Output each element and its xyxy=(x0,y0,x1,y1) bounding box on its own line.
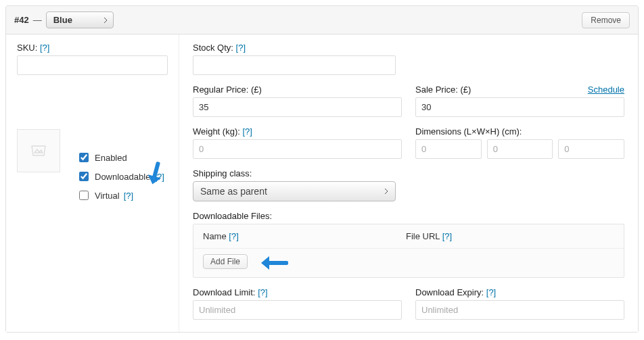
sale-price-input[interactable] xyxy=(415,97,624,117)
schedule-link[interactable]: Schedule xyxy=(588,84,624,95)
variation-id: #42 xyxy=(14,15,29,25)
weight-help-icon[interactable]: [?] xyxy=(242,126,252,137)
downloadable-label: Downloadable xyxy=(95,172,150,182)
download-expiry-label: Download Expiry: xyxy=(415,287,484,297)
virtual-checkbox[interactable] xyxy=(79,191,89,200)
annotation-arrow-add-file xyxy=(261,256,294,270)
remove-button[interactable]: Remove xyxy=(582,12,630,28)
add-file-button[interactable]: Add File xyxy=(203,254,248,269)
right-column: Stock Qty: [?] Regular Price: (£) Sale P… xyxy=(179,34,638,332)
stock-input[interactable] xyxy=(193,55,396,75)
download-expiry-input[interactable] xyxy=(415,300,624,320)
weight-label: Weight (kg): xyxy=(193,126,240,137)
dimensions-label: Dimensions (L×W×H) (cm): xyxy=(415,126,624,137)
image-icon xyxy=(30,144,47,157)
download-limit-input[interactable] xyxy=(193,300,402,320)
downloadable-checkbox[interactable] xyxy=(79,172,89,181)
stock-label: Stock Qty: xyxy=(193,43,233,53)
downloadable-files-table: Name [?] File URL [?] Add File xyxy=(193,224,624,278)
enabled-checkbox[interactable] xyxy=(79,153,89,162)
files-col-name: Name xyxy=(203,231,227,241)
download-limit-label: Download Limit: xyxy=(193,287,256,297)
files-url-help-icon[interactable]: [?] xyxy=(442,231,452,241)
download-expiry-help-icon[interactable]: [?] xyxy=(486,287,496,297)
download-limit-help-icon[interactable]: [?] xyxy=(258,287,267,297)
weight-input[interactable] xyxy=(193,139,402,159)
shipping-class-select[interactable]: Same as parent xyxy=(193,181,396,201)
shipping-class-label: Shipping class: xyxy=(193,168,624,178)
regular-price-input[interactable] xyxy=(193,97,402,117)
virtual-row[interactable]: Virtual [?] xyxy=(76,189,164,202)
variation-header: #42 — Blue Remove xyxy=(6,6,638,34)
dash: — xyxy=(33,15,42,25)
dimension-width-input[interactable] xyxy=(487,139,553,159)
left-column: SKU: [?] Enabled Downloadable [?] xyxy=(6,34,179,332)
dimension-height-input[interactable] xyxy=(558,139,624,159)
regular-price-label: Regular Price: (£) xyxy=(193,84,402,95)
virtual-help-icon[interactable]: [?] xyxy=(124,191,133,201)
files-name-help-icon[interactable]: [?] xyxy=(229,231,238,241)
stock-help-icon[interactable]: [?] xyxy=(236,43,246,53)
downloadable-files-label: Downloadable Files: xyxy=(193,211,624,221)
files-col-url: File URL xyxy=(406,231,440,241)
attribute-select[interactable]: Blue xyxy=(46,11,114,28)
variation-image-placeholder[interactable] xyxy=(17,129,60,172)
variation-panel: #42 — Blue Remove SKU: [?] xyxy=(5,5,639,333)
sku-help-icon[interactable]: [?] xyxy=(40,43,49,53)
sku-input[interactable] xyxy=(17,55,168,75)
sku-label: SKU: xyxy=(17,43,37,53)
dimension-length-input[interactable] xyxy=(415,139,482,159)
virtual-label: Virtual xyxy=(95,191,120,201)
enabled-label: Enabled xyxy=(95,153,127,163)
sale-price-label: Sale Price: (£) xyxy=(415,84,471,95)
